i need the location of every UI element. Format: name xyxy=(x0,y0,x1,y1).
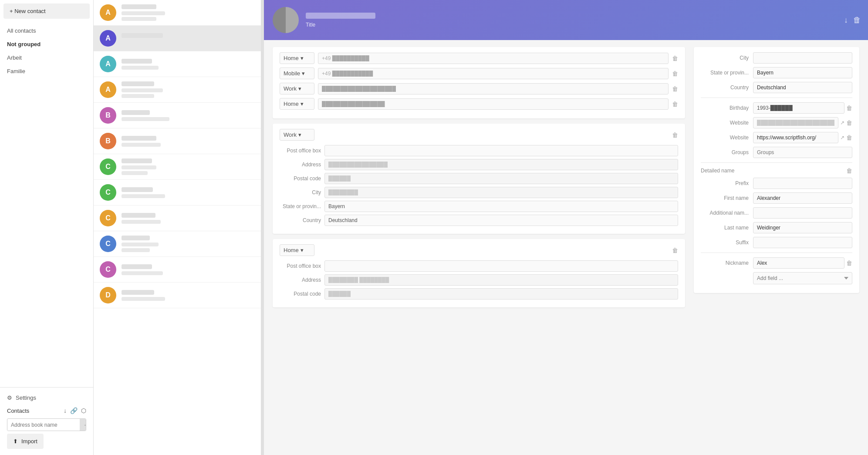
contact-info xyxy=(122,236,255,252)
contact-detail-blur xyxy=(122,243,159,246)
website2-link-button[interactable]: ↗ xyxy=(840,135,844,141)
phone-type-select[interactable]: Home▾ xyxy=(280,98,314,110)
settings-item[interactable]: ⚙ Settings xyxy=(3,391,90,404)
phone-delete-button[interactable]: 🗑 xyxy=(672,55,678,62)
nickname-delete-button[interactable]: 🗑 xyxy=(846,260,852,266)
contact-name-blur xyxy=(122,4,156,9)
contact-item[interactable]: C xyxy=(94,154,261,180)
download-contacts-icon[interactable]: ↓ xyxy=(64,407,67,414)
phone-type-select[interactable]: Work▾ xyxy=(280,83,314,94)
phone-type-select[interactable]: Mobile▾ xyxy=(280,67,314,79)
contact-detail-blur xyxy=(122,297,165,301)
header-delete-button[interactable]: 🗑 xyxy=(853,16,861,25)
contact-item[interactable]: C xyxy=(94,206,261,231)
lastname-field-input[interactable] xyxy=(753,222,852,233)
home-po-box-label: Post office box xyxy=(280,263,321,269)
home-address-po-box-row: Post office box xyxy=(280,260,678,272)
phone-type-label: Home xyxy=(284,101,299,107)
phone-delete-button[interactable]: 🗑 xyxy=(672,101,678,108)
state-field-input[interactable] xyxy=(753,67,852,78)
chevron-icon: ▾ xyxy=(302,70,305,77)
website1-field-input[interactable] xyxy=(753,117,838,128)
sidebar-item-arbeit[interactable]: Arbeit xyxy=(0,51,93,64)
link-contacts-icon[interactable]: 🔗 xyxy=(70,407,78,414)
phone-delete-button[interactable]: 🗑 xyxy=(672,85,678,92)
country-field-input[interactable] xyxy=(753,82,852,93)
share-contacts-icon[interactable]: ⬡ xyxy=(81,407,86,414)
work-postal-label: Postal code xyxy=(280,175,321,182)
home-postal-input[interactable] xyxy=(324,288,678,300)
import-button[interactable]: ⬆ Import xyxy=(7,434,44,449)
work-state-row: State or provin... xyxy=(280,201,678,212)
sidebar-item-all-contacts[interactable]: All contacts xyxy=(0,24,93,37)
work-po-box-input[interactable] xyxy=(324,145,678,156)
home-postal-label: Postal code xyxy=(280,291,321,297)
additional-name-label: Additional nam... xyxy=(701,210,753,216)
contact-list: AAAABBCCCCCD xyxy=(94,0,261,455)
website1-field-row: Website ↗ 🗑 xyxy=(701,117,852,128)
nickname-field-input[interactable] xyxy=(753,257,844,269)
phone-type-select[interactable]: Home▾ xyxy=(280,52,314,64)
avatar: C xyxy=(100,210,116,226)
additional-name-input[interactable] xyxy=(753,207,852,219)
phone-number-input[interactable] xyxy=(318,53,669,64)
home-po-box-input[interactable] xyxy=(324,260,678,272)
avatar: A xyxy=(100,81,116,98)
work-postal-input[interactable] xyxy=(324,173,678,184)
import-label: Import xyxy=(21,438,37,445)
contact-item[interactable]: A xyxy=(94,0,261,26)
work-state-input[interactable] xyxy=(324,201,678,212)
work-country-input[interactable] xyxy=(324,215,678,226)
header-download-button[interactable]: ↓ xyxy=(844,16,848,25)
contact-detail-blur xyxy=(122,143,161,147)
website2-field-input[interactable] xyxy=(753,132,838,143)
website2-delete-button[interactable]: 🗑 xyxy=(846,134,852,141)
contact-item[interactable]: C xyxy=(94,180,261,206)
home-address-type-select[interactable]: Home ▾ xyxy=(280,244,314,256)
home-address-delete-button[interactable]: 🗑 xyxy=(672,247,678,254)
contact-name-blur xyxy=(122,213,155,218)
detailed-name-delete-button[interactable]: 🗑 xyxy=(846,167,852,174)
sidebar-item-not-grouped[interactable]: Not grouped xyxy=(0,37,93,51)
work-address-type-select[interactable]: Work ▾ xyxy=(280,129,314,141)
phone-number-input[interactable] xyxy=(318,83,669,94)
contact-detail-blur xyxy=(122,40,174,44)
contact-item[interactable]: C xyxy=(94,257,261,283)
work-city-input[interactable] xyxy=(324,187,678,198)
phone-number-input[interactable] xyxy=(318,68,669,79)
phone-number-input[interactable] xyxy=(318,98,669,110)
contact-item[interactable]: C xyxy=(94,231,261,257)
work-po-box-label: Post office box xyxy=(280,148,321,154)
prefix-field-input[interactable] xyxy=(753,178,852,189)
birthday-field-input[interactable] xyxy=(753,102,844,114)
home-address-header: Home ▾ 🗑 xyxy=(280,244,678,256)
website1-link-button[interactable]: ↗ xyxy=(840,120,844,126)
suffix-field-input[interactable] xyxy=(753,237,852,248)
contact-detail2-blur xyxy=(122,17,156,21)
home-address-type-label: Home xyxy=(284,247,299,253)
address-book-go-button[interactable]: → xyxy=(80,419,86,431)
home-address-input[interactable] xyxy=(324,274,678,286)
phone-type-label: Work xyxy=(284,85,297,92)
work-address-delete-button[interactable]: 🗑 xyxy=(672,131,678,138)
website1-delete-button[interactable]: 🗑 xyxy=(846,119,852,126)
firstname-field-input[interactable] xyxy=(753,192,852,204)
new-contact-button[interactable]: + New contact xyxy=(3,3,90,19)
work-address-input[interactable] xyxy=(324,159,678,170)
contact-item[interactable]: D xyxy=(94,283,261,308)
address-book-input[interactable] xyxy=(7,419,80,431)
detailed-name-header: Detailed name 🗑 xyxy=(701,167,852,174)
contact-name-blur xyxy=(122,136,156,141)
phone-delete-button[interactable]: 🗑 xyxy=(672,70,678,77)
contact-item[interactable]: B xyxy=(94,128,261,154)
sidebar-item-familie[interactable]: Familie xyxy=(0,64,93,78)
groups-field-input[interactable] xyxy=(753,147,852,158)
add-field-select[interactable]: Add field ... IM Phone Email Address Bir… xyxy=(753,272,852,284)
birthday-delete-button[interactable]: 🗑 xyxy=(846,104,852,111)
contact-item[interactable]: A xyxy=(94,26,261,51)
chevron-icon: ▾ xyxy=(298,85,301,92)
contact-item[interactable]: A xyxy=(94,51,261,77)
contact-item[interactable]: B xyxy=(94,103,261,128)
city-field-input[interactable] xyxy=(753,52,852,64)
contact-item[interactable]: A xyxy=(94,77,261,103)
